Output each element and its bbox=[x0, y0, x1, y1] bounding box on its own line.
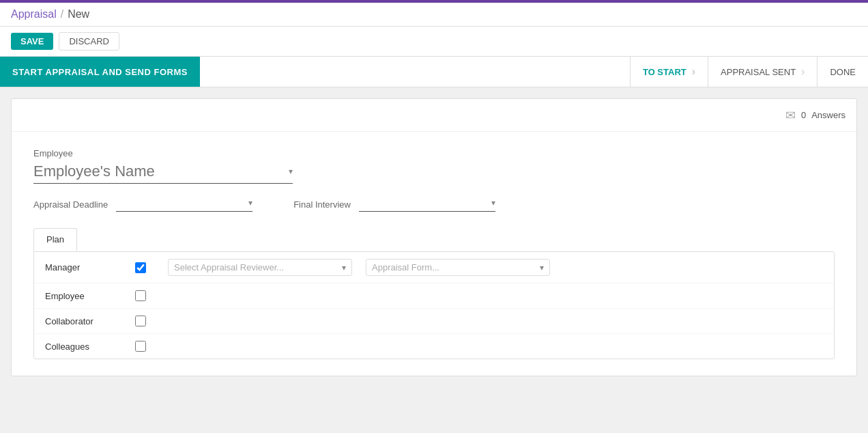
discard-button[interactable]: DISCARD bbox=[59, 32, 119, 51]
step-arrow-2: › bbox=[801, 66, 805, 78]
manager-reviewer-select-wrapper: Select Appraisal Reviewer... ▾ bbox=[168, 259, 352, 276]
employee-checkbox[interactable] bbox=[135, 290, 146, 301]
final-interview-select[interactable] bbox=[359, 197, 491, 208]
plan-table: Manager Select Appraisal Reviewer... ▾ A… bbox=[33, 251, 835, 359]
start-appraisal-button[interactable]: START APPRAISAL AND SEND FORMS bbox=[0, 57, 200, 87]
plan-row-collaborator: Collaborator bbox=[34, 309, 834, 334]
appraisal-deadline-field: Appraisal Deadline ▾ bbox=[33, 197, 252, 212]
save-button[interactable]: SAVE bbox=[11, 33, 53, 50]
final-interview-field: Final Interview ▾ bbox=[293, 197, 495, 212]
deadline-row: Appraisal Deadline ▾ Final Interview bbox=[33, 197, 835, 212]
employee-section: Employee ▾ bbox=[33, 148, 835, 184]
manager-reviewer-select[interactable]: Select Appraisal Reviewer... bbox=[174, 262, 342, 273]
breadcrumb-separator: / bbox=[61, 8, 63, 20]
card-top: ✉ 0 Answers bbox=[12, 99, 856, 132]
plan-row-colleagues-label: Colleagues bbox=[45, 341, 127, 352]
employee-name-wrapper: ▾ bbox=[33, 163, 293, 184]
answers-label: Answers bbox=[811, 110, 845, 120]
breadcrumb-current: New bbox=[68, 8, 89, 20]
action-bar: SAVE DISCARD bbox=[0, 27, 868, 57]
breadcrumb-parent[interactable]: Appraisal bbox=[11, 8, 57, 20]
answers-count: 0 bbox=[801, 110, 806, 120]
main-content: ✉ 0 Answers Employee ▾ Appraisal Deadlin… bbox=[0, 87, 868, 387]
final-interview-select-wrapper: ▾ bbox=[359, 197, 495, 212]
final-interview-label: Final Interview bbox=[293, 199, 351, 210]
breadcrumb-bar: Appraisal / New bbox=[0, 3, 868, 27]
workflow-step-appraisal-sent: APPRAISAL SENT › bbox=[708, 57, 817, 87]
manager-reviewer-arrow: ▾ bbox=[342, 263, 346, 273]
workflow-steps: TO START › APPRAISAL SENT › DONE bbox=[630, 57, 868, 87]
answers-widget: ✉ 0 Answers bbox=[785, 108, 845, 123]
deadline-label: Appraisal Deadline bbox=[33, 199, 108, 210]
workflow-step-to-start: TO START › bbox=[630, 57, 708, 87]
manager-form-select[interactable]: Appraisal Form... bbox=[372, 262, 540, 273]
form-card: ✉ 0 Answers Employee ▾ Appraisal Deadlin… bbox=[11, 98, 857, 376]
plan-row-manager: Manager Select Appraisal Reviewer... ▾ A… bbox=[34, 252, 834, 283]
employee-section-label: Employee bbox=[33, 148, 835, 158]
colleagues-checkbox[interactable] bbox=[135, 341, 146, 352]
manager-checkbox[interactable] bbox=[135, 262, 146, 273]
deadline-select[interactable] bbox=[116, 197, 248, 208]
plan-row-colleagues: Colleagues bbox=[34, 334, 834, 359]
plan-row-collaborator-label: Collaborator bbox=[45, 316, 127, 326]
form-body: Employee ▾ Appraisal Deadline ▾ bbox=[12, 132, 856, 376]
manager-form-select-wrapper: Appraisal Form... ▾ bbox=[366, 259, 550, 276]
collaborator-checkbox[interactable] bbox=[135, 316, 146, 326]
mail-icon: ✉ bbox=[785, 108, 796, 123]
final-interview-arrow-icon: ▾ bbox=[491, 198, 495, 208]
deadline-arrow-icon: ▾ bbox=[248, 198, 252, 208]
plan-row-employee-label: Employee bbox=[45, 291, 127, 301]
plan-row-employee: Employee bbox=[34, 283, 834, 309]
manager-form-arrow: ▾ bbox=[540, 263, 544, 273]
tab-plan[interactable]: Plan bbox=[33, 228, 77, 251]
employee-dropdown-arrow[interactable]: ▾ bbox=[289, 167, 293, 176]
employee-name-input[interactable] bbox=[33, 163, 289, 180]
plan-row-manager-label: Manager bbox=[45, 262, 127, 273]
workflow-step-done: DONE bbox=[817, 57, 868, 87]
step-arrow-1: › bbox=[692, 66, 695, 78]
tabs-row: Plan bbox=[33, 228, 835, 251]
workflow-bar: START APPRAISAL AND SEND FORMS TO START … bbox=[0, 57, 868, 87]
deadline-select-wrapper: ▾ bbox=[116, 197, 252, 212]
